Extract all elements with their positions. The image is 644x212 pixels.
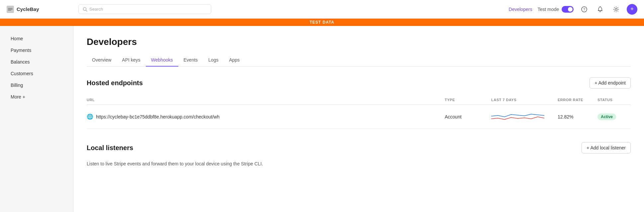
tab-events-label: Events bbox=[184, 57, 198, 63]
page-layout: Home Payments Balances Customers Billing… bbox=[0, 26, 644, 212]
svg-line-4 bbox=[86, 10, 87, 11]
col-url: URL bbox=[87, 98, 445, 102]
svg-text:?: ? bbox=[583, 7, 585, 11]
endpoint-url-cell: 🌐 https://cyclebay-bc1e75ddbf8e.herokuap… bbox=[87, 113, 445, 120]
local-listeners-header: Local listeners + Add local listener bbox=[87, 142, 631, 153]
sidebar-customers-label: Customers bbox=[11, 71, 33, 76]
add-button[interactable]: + bbox=[627, 4, 637, 15]
sidebar-home-label: Home bbox=[11, 36, 23, 41]
col-last7days: LAST 7 DAYS bbox=[491, 98, 558, 102]
sidebar: Home Payments Balances Customers Billing… bbox=[0, 26, 73, 212]
sidebar-payments-label: Payments bbox=[11, 48, 31, 53]
sidebar-more-label: More + bbox=[11, 94, 25, 100]
add-local-listener-button[interactable]: + Add local listener bbox=[582, 142, 631, 153]
add-local-listener-label: + Add local listener bbox=[587, 145, 626, 150]
developers-link[interactable]: Developers bbox=[509, 7, 532, 12]
add-endpoint-label: + Add endpoint bbox=[595, 80, 626, 86]
endpoint-status-cell: Active bbox=[598, 113, 631, 120]
status-badge: Active bbox=[598, 113, 616, 120]
endpoint-error-rate-cell: 12.82% bbox=[558, 114, 598, 119]
search-bar[interactable]: Search bbox=[78, 4, 211, 14]
testmode-toggle-group: Test mode bbox=[537, 6, 574, 13]
add-endpoint-button[interactable]: + Add endpoint bbox=[590, 77, 631, 89]
main-content: Developers Overview API keys Webhooks Ev… bbox=[73, 26, 644, 212]
tab-apikeys[interactable]: API keys bbox=[117, 54, 145, 67]
svg-rect-2 bbox=[8, 10, 11, 11]
endpoint-url: https://cyclebay-bc1e75ddbf8e.herokuapp.… bbox=[96, 114, 220, 119]
endpoint-error-rate: 12.82% bbox=[558, 114, 573, 119]
brand-icon bbox=[7, 6, 14, 13]
endpoints-table-header: URL TYPE LAST 7 DAYS ERROR RATE STATUS bbox=[87, 95, 631, 105]
testmode-label: Test mode bbox=[537, 7, 559, 12]
search-icon bbox=[83, 7, 87, 12]
page-title: Developers bbox=[87, 37, 631, 47]
hosted-endpoints-header: Hosted endpoints + Add endpoint bbox=[87, 77, 631, 89]
testmode-toggle[interactable] bbox=[562, 6, 574, 13]
brand: CycleBay bbox=[7, 6, 73, 13]
test-data-banner: TEST DATA bbox=[0, 19, 644, 26]
tab-overview-label: Overview bbox=[92, 57, 111, 63]
sidebar-billing-label: Billing bbox=[11, 83, 23, 88]
topnav: CycleBay Search Developers Test mode ? bbox=[0, 0, 644, 19]
notifications-button[interactable] bbox=[595, 4, 605, 15]
globe-icon: 🌐 bbox=[87, 113, 93, 120]
sidebar-item-customers[interactable]: Customers bbox=[3, 68, 70, 79]
tab-webhooks-label: Webhooks bbox=[151, 57, 173, 63]
tab-overview[interactable]: Overview bbox=[87, 54, 117, 67]
svg-rect-0 bbox=[8, 8, 13, 9]
sidebar-balances-label: Balances bbox=[11, 59, 30, 65]
sparkline-chart bbox=[491, 109, 544, 123]
local-listeners-section: Local listeners + Add local listener Lis… bbox=[87, 142, 631, 167]
svg-point-8 bbox=[615, 8, 617, 10]
tab-webhooks[interactable]: Webhooks bbox=[146, 54, 178, 67]
svg-rect-1 bbox=[8, 9, 13, 10]
hosted-endpoints-title: Hosted endpoints bbox=[87, 79, 143, 87]
sidebar-item-balances[interactable]: Balances bbox=[3, 56, 70, 68]
sidebar-item-more[interactable]: More + bbox=[3, 91, 70, 103]
local-listeners-title: Local listeners bbox=[87, 144, 133, 152]
tab-logs[interactable]: Logs bbox=[203, 54, 224, 67]
local-listeners-description: Listen to live Stripe events and forward… bbox=[87, 160, 631, 167]
col-type: TYPE bbox=[445, 98, 491, 102]
settings-button[interactable] bbox=[611, 4, 621, 15]
endpoint-chart-cell bbox=[491, 109, 558, 124]
tab-apps-label: Apps bbox=[229, 57, 240, 63]
tabs: Overview API keys Webhooks Events Logs A… bbox=[87, 54, 631, 67]
topnav-actions: Developers Test mode ? + bbox=[509, 4, 637, 15]
test-data-label: TEST DATA bbox=[310, 20, 334, 25]
sidebar-item-home[interactable]: Home bbox=[3, 33, 70, 44]
brand-name: CycleBay bbox=[17, 6, 39, 12]
tab-events[interactable]: Events bbox=[178, 54, 203, 67]
add-icon: + bbox=[630, 6, 634, 13]
tab-logs-label: Logs bbox=[208, 57, 218, 63]
tab-apikeys-label: API keys bbox=[122, 57, 140, 63]
help-button[interactable]: ? bbox=[579, 4, 590, 15]
search-placeholder: Search bbox=[89, 7, 103, 12]
sidebar-item-payments[interactable]: Payments bbox=[3, 45, 70, 56]
endpoint-type: Account bbox=[445, 114, 462, 119]
table-row[interactable]: 🌐 https://cyclebay-bc1e75ddbf8e.herokuap… bbox=[87, 105, 631, 129]
col-error-rate: ERROR RATE bbox=[558, 98, 598, 102]
tab-apps[interactable]: Apps bbox=[224, 54, 245, 67]
col-status: STATUS bbox=[598, 98, 631, 102]
endpoint-type-cell: Account bbox=[445, 114, 491, 119]
sidebar-item-billing[interactable]: Billing bbox=[3, 80, 70, 91]
